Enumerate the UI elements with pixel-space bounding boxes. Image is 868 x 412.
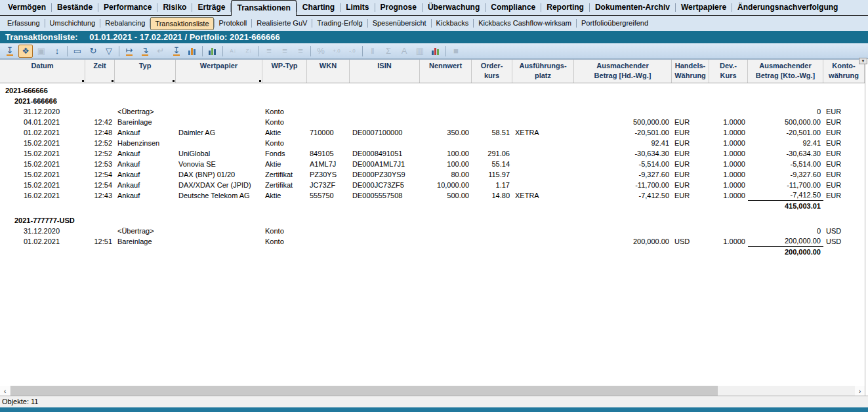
- column-width-icon[interactable]: [205, 45, 220, 58]
- tab-dokumenten-archiv[interactable]: Dokumenten-Archiv: [590, 0, 675, 15]
- cell-wkn: [307, 226, 350, 236]
- scroll-right-button[interactable]: ›: [855, 386, 865, 396]
- header-typ[interactable]: Typ: [115, 60, 176, 83]
- header-wp_typ[interactable]: WP-Typ: [262, 60, 307, 83]
- cell-datum: 15.02.2021: [0, 169, 85, 180]
- insert-before-icon[interactable]: ↦: [122, 45, 136, 58]
- header-wkn[interactable]: WKN: [307, 60, 350, 83]
- subtab-realisierte-guv[interactable]: Realisierte GuV: [252, 16, 312, 30]
- tab-charting[interactable]: Charting: [297, 0, 340, 15]
- tab-limits[interactable]: Limits: [341, 0, 374, 15]
- subtab-portfolio-bergreifend[interactable]: Portfolioübergreifend: [577, 16, 653, 30]
- data-row[interactable]: 15.02.202112:54AnkaufDAX (BNP) 01/20Zert…: [0, 169, 865, 180]
- scrollbar-thumb[interactable]: [10, 386, 718, 396]
- align-right-icon: ≡: [293, 45, 308, 58]
- cell-betrag_hd: -5,514.00: [574, 159, 672, 169]
- header-platz[interactable]: Ausführungs-platz: [512, 60, 574, 83]
- data-row[interactable]: 16.02.202112:43AnkaufDeutsche Telekom AG…: [0, 190, 865, 201]
- group-row[interactable]: 2021-666666: [0, 85, 865, 96]
- save-layout-icon[interactable]: ↧: [3, 45, 17, 58]
- cell-wertpapier: [176, 236, 262, 247]
- fit-height-icon[interactable]: ↕: [50, 45, 64, 58]
- tab-verm-gen[interactable]: Vermögen: [3, 0, 51, 15]
- sort-marker: [82, 80, 84, 82]
- cell-typ: Bareinlage: [115, 117, 176, 127]
- cell-typ: Ankauf: [115, 148, 176, 159]
- subtab-erfassung[interactable]: Erfassung: [3, 16, 45, 30]
- header-hd_wg[interactable]: Handels-Währung: [672, 60, 709, 83]
- cell-isin: [350, 117, 420, 127]
- histogram-icon[interactable]: [185, 45, 199, 58]
- header-isin[interactable]: ISIN: [350, 60, 420, 83]
- cell-wkn: PZ30YS: [307, 169, 350, 180]
- tab-berwachung[interactable]: Überwachung: [423, 0, 485, 15]
- cell-zeit: [85, 226, 115, 236]
- horizontal-scrollbar[interactable]: ‹ ›: [0, 386, 865, 396]
- cell-betrag_kto: -11,700.00: [748, 180, 823, 190]
- new-view-icon[interactable]: ▭: [70, 45, 85, 58]
- filter-icon[interactable]: ▽: [102, 45, 116, 58]
- tab-best-nde[interactable]: Bestände: [52, 0, 98, 15]
- data-row[interactable]: 01.02.202112:48AnkaufDaimler AGAktie7100…: [0, 127, 865, 138]
- data-row[interactable]: 15.02.202112:52HabenzinsenKonto92.41EUR1…: [0, 138, 865, 148]
- expand-all-icon[interactable]: ❖: [18, 45, 33, 58]
- group-row[interactable]: 2021-777777-USD: [0, 215, 865, 226]
- subtab-spesen-bersicht[interactable]: Spesenübersicht: [368, 16, 431, 30]
- subtab-protokoll[interactable]: Protokoll: [215, 16, 252, 30]
- tab-nderungsnachverfolgung[interactable]: Änderungsnachverfolgung: [732, 0, 843, 15]
- cell-kto_wg: EUR: [823, 148, 865, 159]
- data-row[interactable]: 15.02.202112:52AnkaufUniGlobalFonds84910…: [0, 148, 865, 159]
- cell-hd_wg: EUR: [672, 138, 709, 148]
- header-betrag_kto[interactable]: AusmachenderBetrag [Kto.-Wg.]: [748, 60, 823, 83]
- header-zeit[interactable]: Zeit: [85, 60, 115, 83]
- cell-wkn: [307, 138, 350, 148]
- data-row[interactable]: 31.12.2020<Übertrag>Konto0USD: [0, 226, 865, 236]
- tab-wertpapiere[interactable]: Wertpapiere: [676, 0, 732, 15]
- cell-dev_kurs: 1.0000: [709, 159, 748, 169]
- cell-isin: [350, 138, 420, 148]
- cell-isin: [350, 226, 420, 236]
- jump-to-row-icon[interactable]: ↧: [169, 45, 184, 58]
- data-row[interactable]: 15.02.202112:54AnkaufDAX/XDAX Cer (JPID)…: [0, 180, 865, 190]
- subtab-umschichtung[interactable]: Umschichtung: [45, 16, 100, 30]
- cell-wertpapier: UniGlobal: [176, 148, 262, 159]
- refresh-icon[interactable]: ↻: [86, 45, 100, 58]
- subtab-trading-erfolg[interactable]: Trading-Erfolg: [312, 16, 367, 30]
- data-row[interactable]: 31.12.2020<Übertrag>Konto0EUR: [0, 106, 865, 117]
- cell-hd_wg: EUR: [672, 180, 709, 190]
- subtotal-value: 415,003.01: [748, 201, 823, 211]
- subtab-kickbacks[interactable]: Kickbacks: [432, 16, 474, 30]
- group-row[interactable]: 2021-666666: [0, 96, 865, 106]
- header-nennwert[interactable]: Nennwert: [420, 60, 472, 83]
- main-tab-bar: VermögenBeständePerformanceRisikoErträge…: [0, 0, 868, 16]
- header-dev_kurs[interactable]: Dev.-Kurs: [709, 60, 748, 83]
- tab-transaktionen[interactable]: Transaktionen: [231, 0, 296, 16]
- tab-prognose[interactable]: Prognose: [375, 0, 422, 15]
- header-datum[interactable]: Datum: [0, 60, 85, 83]
- data-row[interactable]: 04.01.202112:42BareinlageKonto500,000.00…: [0, 117, 865, 127]
- subtab-kickbacks-cashflow-wirksam[interactable]: Kickbacks Cashflow-wirksam: [474, 16, 576, 30]
- cell-betrag_kto: 0: [748, 226, 823, 236]
- header-betrag_hd[interactable]: AusmachenderBetrag [Hd.-Wg.]: [574, 60, 672, 83]
- column-menu-button[interactable]: ▼: [859, 58, 867, 64]
- data-row[interactable]: 15.02.202112:53AnkaufVonovia SEAktieA1ML…: [0, 159, 865, 169]
- tab-performance[interactable]: Performance: [98, 0, 157, 15]
- cell-betrag_kto: 92.41: [748, 138, 823, 148]
- chart-icon[interactable]: [428, 45, 443, 58]
- subtab-transaktionsliste[interactable]: Transaktionsliste: [150, 17, 213, 30]
- cell-isin: DE0005557508: [350, 190, 420, 201]
- header-wertpapier[interactable]: Wertpapier: [176, 60, 262, 83]
- tab-compliance[interactable]: Compliance: [486, 0, 541, 15]
- scroll-left-button[interactable]: ‹: [0, 386, 10, 396]
- insert-after-icon[interactable]: ↴: [138, 45, 152, 58]
- cell-platz: [512, 117, 574, 127]
- tab-reporting[interactable]: Reporting: [541, 0, 589, 15]
- view-title: Transaktionsliste:: [5, 32, 78, 42]
- subtab-rebalancing[interactable]: Rebalancing: [100, 16, 150, 30]
- tab-ertr-ge[interactable]: Erträge: [192, 0, 230, 15]
- header-orderkurs[interactable]: Order-kurs: [472, 60, 512, 83]
- tab-risiko[interactable]: Risiko: [157, 0, 192, 15]
- table-columns-icon: ▥: [413, 45, 427, 58]
- cell-orderkurs: 58.51: [472, 127, 512, 138]
- data-row[interactable]: 01.02.202112:51BareinlageKonto200,000.00…: [0, 236, 865, 247]
